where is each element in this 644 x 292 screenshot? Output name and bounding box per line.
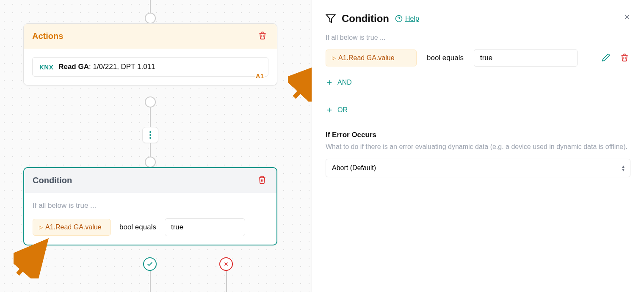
actions-card-header: Actions bbox=[24, 24, 277, 49]
delete-actions-button[interactable] bbox=[257, 30, 268, 43]
add-step-button[interactable] bbox=[142, 127, 158, 143]
actions-card[interactable]: Actions KNX Read GA: 1/0/221, DPT 1.011 … bbox=[23, 23, 277, 85]
close-icon bbox=[623, 13, 631, 21]
expression-chip[interactable]: ▷ A1.Read GA.value bbox=[33, 219, 111, 236]
x-icon bbox=[223, 261, 229, 267]
help-label: Help bbox=[405, 15, 419, 22]
svg-point-4 bbox=[149, 137, 151, 139]
node-handle-top[interactable] bbox=[145, 13, 156, 24]
delete-condition-button[interactable] bbox=[256, 174, 268, 187]
add-or-button[interactable]: OR bbox=[326, 103, 630, 117]
operator-label: bool equals bbox=[119, 223, 156, 231]
plus-icon bbox=[326, 106, 333, 114]
error-section-description: What to do if there is an error evaluati… bbox=[326, 142, 630, 152]
panel-title: Condition bbox=[342, 13, 389, 25]
expression-chip-panel[interactable]: ▷ A1.Read GA.value bbox=[326, 50, 417, 66]
help-icon bbox=[395, 15, 403, 22]
condition-subtitle: If all below is true ... bbox=[33, 201, 268, 210]
panel-header: Condition Help bbox=[326, 13, 630, 25]
play-icon: ▷ bbox=[332, 55, 336, 61]
operator-label: bool equals bbox=[427, 54, 464, 62]
action-text: Read GA: 1/0/221, DPT 1.011 bbox=[58, 63, 155, 71]
error-action-select[interactable]: Abort (Default) bbox=[326, 159, 630, 177]
true-branch-circle[interactable] bbox=[143, 257, 157, 271]
help-link[interactable]: Help bbox=[395, 15, 419, 22]
side-panel: Condition Help If all below is true ... … bbox=[312, 0, 644, 292]
filter-icon bbox=[326, 14, 336, 24]
flow-canvas[interactable]: Actions KNX Read GA: 1/0/221, DPT 1.011 … bbox=[0, 0, 312, 292]
actions-title: Actions bbox=[32, 31, 63, 41]
condition-value-input[interactable] bbox=[165, 218, 245, 236]
svg-point-2 bbox=[149, 131, 151, 133]
pencil-icon bbox=[602, 53, 610, 62]
add-and-button[interactable]: AND bbox=[326, 75, 630, 90]
condition-card-body: If all below is true ... ▷ A1.Read GA.va… bbox=[24, 193, 276, 245]
close-panel-button[interactable] bbox=[623, 12, 631, 24]
delete-row-button[interactable] bbox=[619, 52, 630, 65]
check-icon bbox=[146, 261, 153, 267]
and-label: AND bbox=[337, 79, 352, 86]
dots-vertical-icon bbox=[149, 131, 152, 139]
action-row[interactable]: KNX Read GA: 1/0/221, DPT 1.011 A1 bbox=[32, 57, 268, 77]
node-handle-actions-bottom[interactable] bbox=[145, 96, 156, 107]
chip-text: A1.Read GA.value bbox=[45, 223, 102, 231]
connector-line-false bbox=[226, 271, 227, 292]
play-icon: ▷ bbox=[39, 224, 43, 230]
trash-icon bbox=[258, 176, 266, 184]
condition-title: Condition bbox=[33, 176, 72, 185]
condition-card-header: Condition bbox=[24, 168, 276, 193]
knx-tag: KNX bbox=[39, 63, 53, 71]
row-actions bbox=[602, 52, 630, 65]
trash-icon bbox=[258, 31, 267, 40]
panel-value-input[interactable] bbox=[474, 49, 578, 67]
node-handle-condition-top[interactable] bbox=[145, 157, 156, 168]
svg-marker-13 bbox=[326, 15, 335, 22]
false-branch-circle[interactable] bbox=[219, 257, 233, 271]
condition-expression-row: ▷ A1.Read GA.value bool equals bbox=[33, 218, 268, 236]
divider bbox=[326, 95, 630, 95]
panel-subtitle: If all below is true ... bbox=[326, 34, 630, 41]
error-select-wrap: Abort (Default) ▴▾ bbox=[326, 159, 630, 177]
or-label: OR bbox=[337, 106, 348, 114]
connector-line bbox=[150, 107, 151, 127]
plus-icon bbox=[326, 79, 333, 86]
action-id-badge: A1 bbox=[255, 72, 265, 80]
svg-point-3 bbox=[149, 134, 151, 136]
panel-condition-row: ▷ A1.Read GA.value bool equals bbox=[326, 49, 630, 67]
trash-icon bbox=[620, 53, 629, 62]
chip-text: A1.Read GA.value bbox=[338, 54, 395, 62]
actions-card-body: KNX Read GA: 1/0/221, DPT 1.011 A1 bbox=[24, 49, 277, 85]
edit-row-button[interactable] bbox=[602, 53, 610, 63]
condition-card[interactable]: Condition If all below is true ... ▷ A1.… bbox=[23, 167, 277, 245]
svg-line-9 bbox=[18, 245, 43, 274]
error-section-title: If Error Occurs bbox=[326, 131, 630, 139]
